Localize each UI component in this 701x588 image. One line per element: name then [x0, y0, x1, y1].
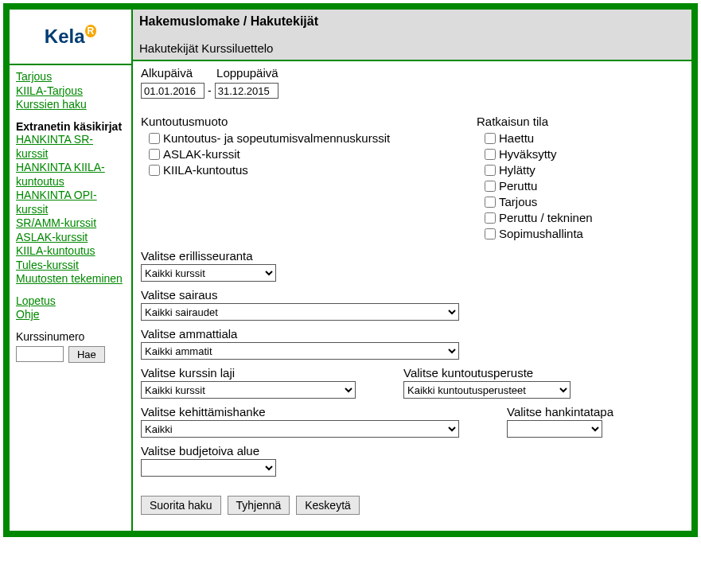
- chk-tarjous-label: Tarjous: [499, 195, 537, 208]
- chk-haettu[interactable]: [485, 133, 496, 144]
- nav-hankinta-sr[interactable]: HANKINTA SR-kurssit: [16, 133, 125, 161]
- alkupaiva-input[interactable]: [141, 83, 204, 99]
- sidebar: KelaR Tarjous KIILA-Tarjous Kurssien hak…: [10, 10, 133, 531]
- nav-heading-extranet: Extranetin käsikirjat: [16, 120, 125, 134]
- nav-tules[interactable]: Tules-kurssit: [16, 259, 125, 273]
- kuntoutusmuoto-label: Kuntoutusmuoto: [141, 115, 445, 128]
- ammattiala-select[interactable]: Kaikki ammatit: [141, 342, 459, 360]
- logo-badge: R: [85, 25, 97, 37]
- chk-aslak-label: ASLAK-kurssit: [163, 147, 240, 161]
- nav-hankinta-opi[interactable]: HANKINTA OPI-kurssit: [16, 189, 125, 216]
- ratkaisun-tila-label: Ratkaisun tila: [477, 115, 683, 128]
- chk-peruttu-tekninen[interactable]: [485, 212, 496, 224]
- hae-button[interactable]: Hae: [68, 346, 105, 363]
- date-dash: -: [208, 84, 212, 97]
- chk-hylatty-label: Hylätty: [499, 163, 535, 177]
- chk-kiila-label: KIILA-kuntoutus: [163, 163, 248, 177]
- nav-aslak[interactable]: ASLAK-kurssit: [16, 231, 125, 245]
- logo-text: KelaR: [45, 25, 96, 47]
- chk-hylatty[interactable]: [485, 165, 496, 176]
- chk-peruttu-tekninen-label: Peruttu / tekninen: [499, 211, 593, 224]
- kuntoutusperuste-label: Valitse kuntoutusperuste: [403, 366, 571, 380]
- nav-ohje[interactable]: Ohje: [16, 308, 125, 322]
- nav-sr-amm[interactable]: SR/AMM-kurssit: [16, 216, 125, 231]
- kurssin-laji-select[interactable]: Kaikki kurssit: [141, 381, 356, 399]
- outer-frame: KelaR Tarjous KIILA-Tarjous Kurssien hak…: [3, 3, 698, 537]
- chk-kiila[interactable]: [149, 165, 160, 176]
- kehittamishanke-select[interactable]: Kaikki: [141, 420, 459, 438]
- keskeyta-button[interactable]: Keskeytä: [296, 496, 360, 515]
- kurssin-laji-label: Valitse kurssin laji: [141, 366, 356, 380]
- chk-kuntoutus-sopeutumis[interactable]: [149, 133, 160, 144]
- chk-haettu-label: Haettu: [499, 131, 534, 145]
- sairaus-label: Valitse sairaus: [141, 288, 683, 302]
- budjetoiva-alue-label: Valitse budjetoiva alue: [141, 444, 683, 458]
- chk-aslak[interactable]: [149, 149, 160, 160]
- chk-tarjous[interactable]: [485, 197, 496, 208]
- alkupaiva-label: Alkupäivä: [141, 66, 193, 80]
- sairaus-select[interactable]: Kaikki sairaudet: [141, 303, 459, 321]
- chk-sopimushallinta-label: Sopimushallinta: [499, 227, 583, 240]
- logo-box: KelaR: [10, 10, 131, 65]
- layout: KelaR Tarjous KIILA-Tarjous Kurssien hak…: [8, 8, 693, 532]
- suorita-haku-button[interactable]: Suorita haku: [141, 496, 221, 515]
- chk-hyvaksytty-label: Hyväksytty: [499, 147, 557, 161]
- loppupaiva-label: Loppupäivä: [216, 66, 278, 80]
- chk-hyvaksytty[interactable]: [485, 149, 496, 160]
- chk-sopimushallinta[interactable]: [485, 228, 496, 239]
- chk-peruttu[interactable]: [485, 181, 496, 192]
- main: Hakemuslomake / Hakutekijät Hakutekijät …: [133, 10, 691, 531]
- ammattiala-label: Valitse ammattiala: [141, 327, 683, 341]
- kurssinumero-label: Kurssinumero: [16, 330, 125, 343]
- erillisseuranta-label: Valitse erillisseuranta: [141, 249, 683, 263]
- nav-kiila-tarjous[interactable]: KIILA-Tarjous: [16, 84, 125, 99]
- page-subtitle: Hakutekijät Kurssiluettelo: [139, 41, 685, 55]
- hankintatapa-select[interactable]: [507, 420, 602, 438]
- kurssinumero-input[interactable]: [16, 346, 64, 362]
- nav-lopetus[interactable]: Lopetus: [16, 294, 125, 309]
- header-band: Hakemuslomake / Hakutekijät Hakutekijät …: [133, 10, 691, 61]
- chk-peruttu-label: Peruttu: [499, 179, 537, 193]
- tyhjenna-button[interactable]: Tyhjennä: [228, 496, 290, 515]
- nav-muutosten[interactable]: Muutosten tekeminen: [16, 272, 125, 286]
- hankintatapa-label: Valitse hankintatapa: [507, 405, 613, 419]
- page-title: Hakemuslomake / Hakutekijät: [139, 14, 685, 29]
- nav-hankinta-kiila[interactable]: HANKINTA KIILA-kuntoutus: [16, 161, 125, 189]
- budjetoiva-alue-select[interactable]: [141, 459, 276, 477]
- nav-list: Tarjous KIILA-Tarjous Kurssien haku Extr…: [10, 65, 131, 368]
- erillisseuranta-select[interactable]: Kaikki kurssit: [141, 264, 276, 282]
- content: Alkupäivä Loppupäivä - Kuntoutusmuoto Ku…: [133, 61, 691, 531]
- chk-kuntoutus-sopeutumis-label: Kuntoutus- ja sopeutumisvalmennuskurssit: [163, 131, 390, 145]
- kuntoutusperuste-select[interactable]: Kaikki kuntoutusperusteet: [403, 381, 571, 399]
- nav-tarjous[interactable]: Tarjous: [16, 70, 125, 84]
- loppupaiva-input[interactable]: [215, 83, 278, 99]
- nav-kiila-kuntoutus[interactable]: KIILA-kuntoutus: [16, 244, 125, 259]
- kehittamishanke-label: Valitse kehittämishanke: [141, 405, 459, 419]
- nav-kurssien-haku[interactable]: Kurssien haku: [16, 98, 125, 112]
